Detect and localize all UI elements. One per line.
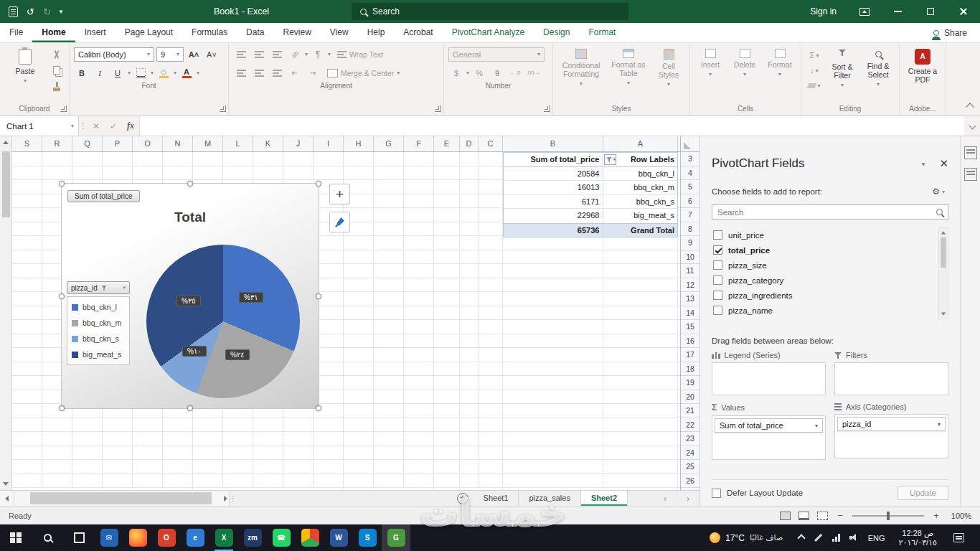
pivot-label-cell[interactable]: bbq_ckn_s	[603, 195, 677, 209]
column-header[interactable]: O	[133, 136, 163, 151]
input-language[interactable]: ENG	[868, 534, 885, 542]
row-headers[interactable]: 3456789101112131415161718192021222324252…	[680, 136, 699, 490]
field-checkbox[interactable]	[713, 260, 722, 270]
increase-decimal-button[interactable]: ←.0	[507, 66, 523, 80]
align-left-button[interactable]	[233, 66, 249, 80]
ribbon-tab[interactable]: Formulas	[182, 23, 237, 42]
column-header[interactable]: N	[163, 136, 193, 151]
number-dialog-launcher[interactable]	[544, 105, 550, 112]
namebox-splitter[interactable]: ⋮	[79, 116, 88, 136]
column-header[interactable]: Q	[72, 136, 103, 151]
row-header[interactable]: 6	[681, 194, 699, 209]
row-header[interactable]: 23	[681, 432, 699, 446]
column-header[interactable]: E	[434, 136, 460, 151]
sheet-tab[interactable]: Sheet2	[581, 491, 628, 506]
pivot-data-row[interactable]: 22968 big_meat_s	[504, 209, 677, 223]
formula-bar-expand-icon[interactable]	[964, 116, 980, 136]
values-area-dropzone[interactable]: Sum of total_price▾	[712, 415, 826, 460]
taskbar-app[interactable]: ✉	[95, 524, 123, 551]
taskbar-app[interactable]: zm	[238, 524, 267, 551]
fields-scroll-thumb[interactable]	[941, 237, 946, 268]
horizontal-scroll-thumb[interactable]	[30, 492, 212, 504]
scroll-down-icon[interactable]	[0, 478, 12, 490]
row-header[interactable]: 18	[681, 362, 699, 377]
bold-button[interactable]: B	[74, 66, 90, 80]
row-header[interactable]: 5	[681, 180, 699, 194]
normal-view-icon[interactable]	[780, 512, 791, 520]
ribbon-tab[interactable]: Review	[273, 23, 320, 42]
fields-list-scrollbar[interactable]	[938, 227, 948, 319]
qat-customize-icon[interactable]: ▾	[60, 8, 63, 15]
sheet-tab[interactable]: Sheet1	[473, 491, 519, 506]
ribbon-tab[interactable]: Insert	[75, 23, 116, 42]
pivot-value-cell[interactable]: 22968	[504, 209, 603, 223]
page-break-view-icon[interactable]	[817, 512, 828, 520]
column-header[interactable]: S	[12, 136, 42, 151]
row-header[interactable]: 26	[681, 474, 699, 489]
taskbar-clock[interactable]: ص 12:28 ٢٠١٦/٠٣/١٥	[895, 529, 941, 547]
sort-filter-button[interactable]: Sort & Filter▾	[826, 46, 859, 104]
vertical-scroll-thumb[interactable]	[2, 151, 10, 217]
align-middle-button[interactable]	[251, 47, 267, 62]
zoom-thumb[interactable]	[887, 512, 890, 520]
pivot-label-cell[interactable]: bbq_ckn_m	[603, 181, 677, 194]
column-header[interactable]: J	[283, 136, 314, 151]
column-header[interactable]: B	[503, 136, 603, 151]
increase-font-button[interactable]: A˄	[186, 47, 202, 62]
ribbon-tab[interactable]: Design	[534, 23, 579, 42]
row-header[interactable]: 10	[681, 250, 699, 265]
comma-style-button[interactable]: 9	[489, 66, 505, 80]
insert-function-button[interactable]: fx	[122, 116, 139, 136]
share-button[interactable]: Share	[933, 23, 980, 42]
task-view-button[interactable]	[63, 524, 95, 551]
decrease-font-button[interactable]: A˅	[204, 47, 220, 62]
ribbon-tab[interactable]: File	[0, 23, 32, 42]
decrease-decimal-button[interactable]: .00→	[525, 66, 541, 80]
column-header[interactable]: P	[103, 136, 133, 151]
tools-gear-icon[interactable]: ⚙▾	[928, 185, 948, 198]
legend-item[interactable]: bbq_ckn_m	[72, 315, 125, 331]
pivot-label-cell[interactable]: big_meat_s	[603, 209, 677, 223]
row-header[interactable]: 13	[681, 292, 699, 306]
create-pdf-button[interactable]: A Create a PDF	[904, 46, 941, 104]
field-item[interactable]: pizza_name	[712, 303, 936, 318]
chart-handle[interactable]	[316, 181, 321, 187]
weather-widget[interactable]: 17°C صاف غالبًا	[701, 532, 791, 543]
select-all-corner[interactable]	[681, 136, 699, 152]
legend-item[interactable]: bbq_ckn_s	[72, 331, 125, 347]
scroll-up-icon[interactable]	[0, 136, 12, 149]
pivot-value-cell[interactable]: 20584	[504, 167, 603, 181]
copy-button[interactable]	[49, 63, 65, 77]
chart-handle[interactable]	[316, 293, 321, 299]
taskbar-app[interactable]	[296, 524, 324, 551]
legend-item[interactable]: big_meat_s	[72, 347, 125, 362]
row-header[interactable]: 24	[681, 446, 699, 461]
chart-handle[interactable]	[316, 405, 321, 411]
taskbar-app[interactable]: ☎	[267, 524, 296, 551]
filters-area-dropzone[interactable]	[834, 362, 948, 395]
column-header[interactable]: L	[223, 136, 253, 151]
font-dialog-launcher[interactable]	[220, 105, 226, 112]
taskbar-app[interactable]: W	[324, 524, 353, 551]
hscroll-left-icon[interactable]	[0, 491, 14, 506]
axis-area-dropzone[interactable]: pizza_id▾	[834, 414, 948, 458]
horizontal-scrollbar[interactable]	[14, 491, 230, 506]
ribbon-tab[interactable]: Help	[358, 23, 395, 42]
sheet-tab[interactable]: pizza_sales	[519, 491, 580, 506]
taskbar-app[interactable]	[123, 524, 152, 551]
row-header[interactable]: 22	[681, 418, 699, 433]
field-checkbox[interactable]	[713, 306, 722, 315]
field-item[interactable]: pizza_category	[712, 273, 936, 288]
redo-button[interactable]: ↻	[43, 6, 51, 17]
legend-item[interactable]: bbq_ckn_l	[72, 299, 125, 315]
network-tray-icon[interactable]	[832, 534, 840, 542]
pivot-table[interactable]: Sum of total_price ▾ Row Labels 20584	[503, 152, 678, 237]
hidden-icons-chevron[interactable]	[798, 534, 806, 542]
ribbon-tab[interactable]: Data	[237, 23, 273, 42]
column-header[interactable]: C	[479, 136, 503, 151]
row-header[interactable]: 14	[681, 306, 699, 321]
clipboard-dialog-launcher[interactable]	[60, 105, 67, 112]
fields-search-box[interactable]	[712, 204, 948, 220]
row-header[interactable]: 16	[681, 334, 699, 349]
field-item[interactable]: pizza_ingredients	[712, 288, 936, 303]
